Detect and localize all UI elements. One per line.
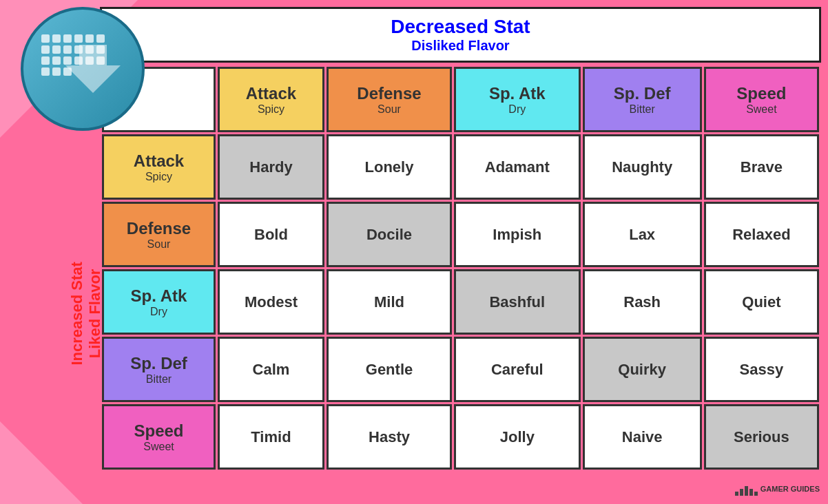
row-header-speed: Speed Sweet bbox=[102, 404, 216, 470]
disliked-flavor-text: Disliked Flavor bbox=[411, 38, 509, 53]
row-spatk-main: Sp. Atk bbox=[107, 286, 210, 306]
nature-docile: Docile bbox=[327, 202, 452, 267]
col-defense-main: Defense bbox=[332, 84, 446, 103]
nature-table: Attack Spicy Defense Sour Sp. Atk Dry Sp… bbox=[100, 65, 821, 472]
row-spatk-sub: Dry bbox=[107, 306, 210, 318]
nature-serious: Serious bbox=[704, 404, 819, 470]
increased-stat-label: Increased Stat bbox=[68, 262, 85, 365]
svg-rect-14 bbox=[63, 56, 72, 65]
side-label-text: Increased Stat Liked Flavor bbox=[68, 262, 105, 365]
nature-modest: Modest bbox=[218, 269, 324, 335]
nature-brave: Brave bbox=[704, 134, 819, 200]
row-spdef-main: Sp. Def bbox=[107, 354, 210, 373]
col-header-defense: Defense Sour bbox=[327, 67, 452, 132]
bar-5 bbox=[754, 492, 758, 496]
bar-1 bbox=[735, 492, 738, 496]
watermark: GAMER GUIDES bbox=[735, 482, 820, 496]
nature-quiet: Quiet bbox=[704, 269, 819, 335]
nature-mild: Mild bbox=[327, 269, 452, 335]
row-attack: Attack Spicy Hardy Lonely Adamant Naught… bbox=[102, 134, 819, 200]
liked-flavor-label: Liked Flavor bbox=[86, 269, 103, 358]
col-header-spatk: Sp. Atk Dry bbox=[454, 67, 580, 132]
nature-jolly: Jolly bbox=[454, 404, 580, 470]
svg-rect-2 bbox=[63, 34, 72, 43]
nature-calm: Calm bbox=[218, 337, 324, 402]
svg-rect-19 bbox=[52, 67, 61, 76]
row-header-spatk: Sp. Atk Dry bbox=[102, 269, 216, 335]
col-header-attack: Attack Spicy bbox=[218, 67, 324, 132]
logo-circle bbox=[21, 7, 145, 131]
decreased-stat-text: Decreased Stat bbox=[391, 16, 530, 37]
bg-bottom-left-decoration bbox=[0, 421, 83, 504]
col-header-spdef: Sp. Def Bitter bbox=[583, 67, 702, 132]
row-header-defense: Defense Sour bbox=[102, 202, 216, 267]
nature-impish: Impish bbox=[454, 202, 580, 267]
col-attack-sub: Spicy bbox=[223, 103, 319, 116]
row-speed-sub: Sweet bbox=[107, 441, 210, 453]
nature-adamant: Adamant bbox=[454, 134, 580, 200]
col-spatk-main: Sp. Atk bbox=[459, 84, 575, 103]
col-spatk-sub: Dry bbox=[459, 103, 575, 116]
watermark-text: GAMER GUIDES bbox=[760, 485, 820, 493]
nature-quirky: Quirky bbox=[583, 337, 702, 402]
nature-hardy: Hardy bbox=[218, 134, 324, 200]
row-spatk: Sp. Atk Dry Modest Mild Bashful Rash Qui… bbox=[102, 269, 819, 335]
bar-3 bbox=[745, 486, 748, 496]
col-header-speed: Speed Sweet bbox=[704, 67, 819, 132]
svg-rect-8 bbox=[63, 45, 72, 54]
nature-rash: Rash bbox=[583, 269, 702, 335]
row-speed: Speed Sweet Timid Hasty Jolly Naive Seri… bbox=[102, 404, 819, 470]
svg-rect-6 bbox=[41, 45, 50, 54]
svg-rect-18 bbox=[41, 67, 50, 76]
col-spdef-main: Sp. Def bbox=[588, 84, 696, 103]
nature-bashful: Bashful bbox=[454, 269, 580, 335]
nature-relaxed: Relaxed bbox=[704, 202, 819, 267]
nature-hasty: Hasty bbox=[327, 404, 452, 470]
row-spdef: Sp. Def Bitter Calm Gentle Careful Quirk… bbox=[102, 337, 819, 402]
svg-rect-13 bbox=[52, 56, 61, 65]
svg-rect-0 bbox=[41, 34, 50, 43]
row-header-attack: Attack Spicy bbox=[102, 134, 216, 200]
row-defense-main: Defense bbox=[107, 219, 210, 238]
col-spdef-sub: Bitter bbox=[588, 103, 696, 116]
row-defense: Defense Sour Bold Docile Impish Lax Rela… bbox=[102, 202, 819, 267]
nature-naive: Naive bbox=[583, 404, 702, 470]
row-attack-main: Attack bbox=[107, 151, 210, 171]
nature-naughty: Naughty bbox=[583, 134, 702, 200]
bar-2 bbox=[740, 489, 743, 496]
nature-timid: Timid bbox=[218, 404, 324, 470]
row-header-spdef: Sp. Def Bitter bbox=[102, 337, 216, 402]
row-speed-main: Speed bbox=[107, 421, 210, 441]
bar-4 bbox=[749, 489, 753, 496]
col-defense-sub: Sour bbox=[332, 103, 446, 116]
svg-rect-3 bbox=[74, 34, 83, 43]
svg-rect-12 bbox=[41, 56, 50, 65]
col-attack-main: Attack bbox=[223, 84, 319, 103]
svg-rect-1 bbox=[52, 34, 61, 43]
nature-lax: Lax bbox=[583, 202, 702, 267]
nature-lonely: Lonely bbox=[327, 134, 452, 200]
col-speed-main: Speed bbox=[710, 84, 814, 103]
col-speed-sub: Sweet bbox=[710, 103, 814, 116]
svg-rect-4 bbox=[85, 34, 94, 43]
watermark-bars-icon bbox=[735, 482, 758, 496]
nature-careful: Careful bbox=[454, 337, 580, 402]
row-defense-sub: Sour bbox=[107, 238, 210, 251]
nature-sassy: Sassy bbox=[704, 337, 819, 402]
column-header-row: Attack Spicy Defense Sour Sp. Atk Dry Sp… bbox=[102, 67, 819, 132]
svg-rect-5 bbox=[96, 34, 105, 43]
nature-bold: Bold bbox=[218, 202, 324, 267]
nature-gentle: Gentle bbox=[327, 337, 452, 402]
nature-table-wrapper: Decreased Stat Disliked Flavor Attack Sp… bbox=[100, 7, 821, 497]
side-label-container: Increased Stat Liked Flavor bbox=[76, 145, 96, 482]
svg-rect-7 bbox=[52, 45, 61, 54]
logo-icon bbox=[38, 31, 127, 107]
row-attack-sub: Spicy bbox=[107, 171, 210, 183]
row-spdef-sub: Bitter bbox=[107, 373, 210, 386]
decreased-stat-header: Decreased Stat Disliked Flavor bbox=[100, 7, 821, 63]
svg-marker-21 bbox=[65, 45, 121, 93]
